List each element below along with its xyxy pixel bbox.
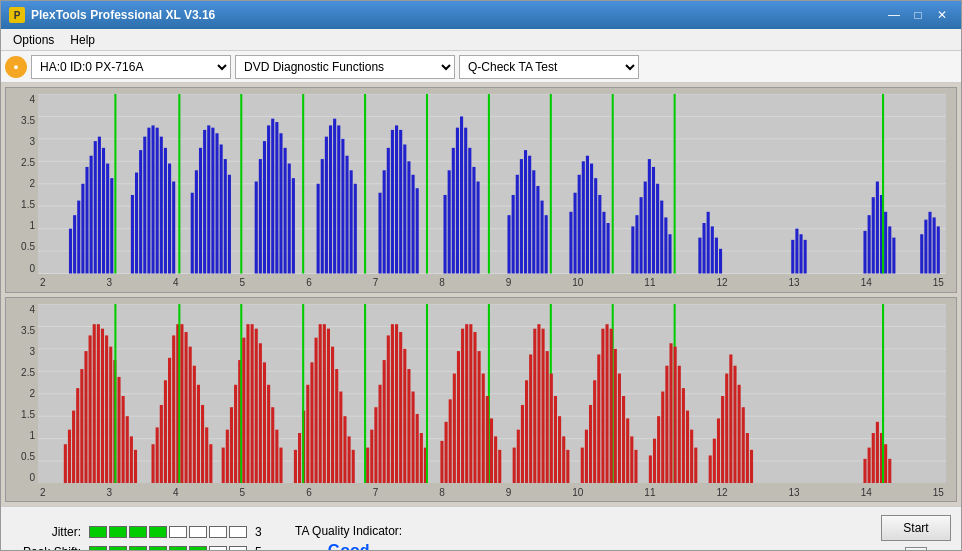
- svg-rect-67: [383, 170, 386, 273]
- svg-rect-242: [461, 328, 464, 483]
- svg-rect-154: [68, 429, 71, 483]
- menu-options[interactable]: Options: [5, 31, 62, 49]
- jitter-bar-6: [189, 526, 207, 538]
- start-button[interactable]: Start: [881, 515, 951, 541]
- jitter-bar-4: [149, 526, 167, 538]
- svg-rect-211: [319, 324, 322, 483]
- svg-rect-198: [259, 343, 262, 483]
- svg-rect-35: [199, 148, 202, 274]
- svg-rect-276: [610, 328, 613, 483]
- menu-help[interactable]: Help: [62, 31, 103, 49]
- jitter-bar-3: [129, 526, 147, 538]
- svg-rect-289: [669, 343, 672, 483]
- svg-rect-71: [399, 130, 402, 274]
- bottom-bar: Jitter: 3 Peak Shift:: [1, 506, 961, 551]
- svg-rect-131: [868, 215, 871, 273]
- svg-rect-241: [457, 351, 460, 483]
- svg-rect-80: [456, 128, 459, 274]
- svg-rect-284: [653, 438, 656, 483]
- svg-rect-171: [134, 449, 137, 483]
- svg-rect-32: [178, 94, 180, 274]
- svg-rect-279: [622, 395, 625, 483]
- svg-rect-253: [513, 447, 516, 483]
- top-chart-inner: [38, 94, 946, 274]
- svg-rect-117: [664, 217, 667, 273]
- svg-rect-31: [172, 182, 175, 274]
- svg-rect-293: [686, 410, 689, 483]
- svg-rect-222: [370, 429, 373, 483]
- svg-rect-231: [407, 369, 410, 483]
- jitter-value: 3: [255, 525, 275, 539]
- svg-rect-91: [524, 150, 527, 273]
- svg-rect-240: [453, 373, 456, 483]
- svg-rect-305: [746, 433, 749, 483]
- svg-rect-227: [391, 324, 394, 483]
- info-button[interactable]: i: [905, 547, 927, 552]
- bottom-chart-svg: [38, 304, 946, 484]
- maximize-button[interactable]: □: [907, 6, 929, 24]
- function-select[interactable]: DVD Diagnostic Functions: [235, 55, 455, 79]
- svg-rect-202: [275, 429, 278, 483]
- svg-rect-63: [350, 170, 353, 273]
- svg-rect-170: [130, 436, 133, 483]
- svg-rect-182: [189, 346, 192, 483]
- svg-rect-9: [69, 229, 72, 274]
- svg-rect-281: [630, 436, 633, 483]
- svg-rect-127: [795, 229, 798, 274]
- svg-rect-105: [598, 195, 601, 274]
- svg-rect-217: [343, 416, 346, 483]
- svg-rect-106: [602, 212, 605, 274]
- svg-rect-41: [224, 159, 227, 273]
- svg-rect-10: [73, 215, 76, 273]
- minimize-button[interactable]: —: [883, 6, 905, 24]
- svg-rect-88: [512, 195, 515, 274]
- svg-rect-228: [395, 324, 398, 483]
- svg-rect-141: [928, 212, 931, 274]
- svg-rect-94: [536, 186, 539, 274]
- svg-rect-58: [329, 125, 332, 273]
- svg-rect-29: [164, 148, 167, 274]
- svg-rect-220: [366, 447, 369, 483]
- svg-rect-135: [884, 212, 887, 274]
- peakshift-value: 5: [255, 545, 275, 552]
- svg-rect-53: [292, 178, 295, 273]
- svg-rect-298: [717, 418, 720, 483]
- svg-rect-17: [102, 148, 105, 274]
- svg-rect-84: [472, 167, 475, 274]
- device-select[interactable]: HA:0 ID:0 PX-716A: [31, 55, 231, 79]
- ta-quality-label: TA Quality Indicator:: [295, 524, 402, 538]
- peakshift-bar-5: [169, 546, 187, 552]
- top-chart-panel: 4 3.5 3 2.5 2 1.5 1 0.5 0: [5, 87, 957, 293]
- svg-rect-229: [399, 332, 402, 483]
- svg-rect-174: [160, 404, 163, 483]
- svg-rect-153: [64, 444, 67, 483]
- test-select[interactable]: Q-Check TA Test: [459, 55, 639, 79]
- svg-rect-285: [657, 416, 660, 483]
- svg-rect-314: [888, 458, 891, 483]
- svg-rect-219: [352, 449, 355, 483]
- svg-rect-130: [863, 231, 866, 274]
- metrics-left: Jitter: 3 Peak Shift:: [11, 525, 275, 552]
- svg-rect-100: [578, 175, 581, 274]
- svg-rect-274: [606, 324, 609, 483]
- svg-rect-195: [246, 324, 249, 483]
- jitter-metric: Jitter: 3: [11, 525, 275, 539]
- svg-rect-101: [582, 161, 585, 273]
- svg-rect-246: [473, 332, 476, 483]
- svg-rect-271: [593, 380, 596, 483]
- svg-rect-223: [374, 407, 377, 483]
- svg-rect-180: [180, 324, 183, 483]
- close-button[interactable]: ✕: [931, 6, 953, 24]
- svg-rect-196: [251, 324, 254, 483]
- svg-rect-264: [554, 395, 557, 483]
- svg-rect-210: [315, 337, 318, 483]
- toolbar: ● HA:0 ID:0 PX-716A DVD Diagnostic Funct…: [1, 51, 961, 83]
- svg-rect-166: [114, 304, 116, 484]
- svg-rect-28: [160, 137, 163, 274]
- svg-rect-44: [255, 182, 258, 274]
- svg-rect-304: [742, 407, 745, 483]
- jitter-bar-2: [109, 526, 127, 538]
- svg-rect-13: [85, 167, 88, 274]
- svg-rect-175: [164, 380, 167, 483]
- svg-rect-233: [416, 413, 419, 483]
